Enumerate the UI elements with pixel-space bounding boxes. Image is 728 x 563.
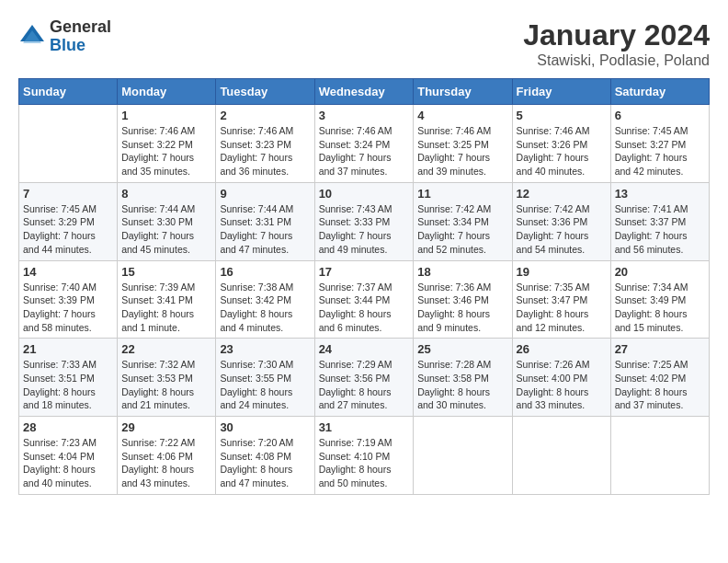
day-info: Sunrise: 7:46 AM Sunset: 3:26 PM Dayligh… [517,124,607,178]
day-info: Sunrise: 7:35 AM Sunset: 3:47 PM Dayligh… [517,281,607,335]
calendar-table: SundayMondayTuesdayWednesdayThursdayFrid… [18,78,710,495]
day-cell: 7Sunrise: 7:45 AM Sunset: 3:29 PM Daylig… [19,182,118,260]
day-info: Sunrise: 7:44 AM Sunset: 3:31 PM Dayligh… [220,202,310,257]
calendar-body: 1Sunrise: 7:46 AM Sunset: 3:22 PM Daylig… [19,105,710,495]
day-info: Sunrise: 7:25 AM Sunset: 4:02 PM Dayligh… [615,358,705,412]
day-info: Sunrise: 7:38 AM Sunset: 3:42 PM Dayligh… [220,281,310,335]
day-cell: 19Sunrise: 7:35 AM Sunset: 3:47 PM Dayli… [512,260,610,339]
day-number: 14 [23,265,113,279]
day-cell: 28Sunrise: 7:23 AM Sunset: 4:04 PM Dayli… [19,417,118,495]
day-number: 9 [220,187,310,201]
day-cell: 29Sunrise: 7:22 AM Sunset: 4:06 PM Dayli… [118,417,216,495]
header-tuesday: Tuesday [216,79,314,105]
day-number: 12 [517,187,607,201]
day-info: Sunrise: 7:34 AM Sunset: 3:49 PM Dayligh… [615,281,705,335]
day-cell: 17Sunrise: 7:37 AM Sunset: 3:44 PM Dayli… [314,260,414,339]
day-info: Sunrise: 7:30 AM Sunset: 3:55 PM Dayligh… [220,358,310,412]
day-number: 25 [417,342,507,356]
day-number: 2 [220,109,310,122]
day-number: 11 [417,187,507,201]
day-cell: 3Sunrise: 7:46 AM Sunset: 3:24 PM Daylig… [314,105,414,183]
day-number: 4 [417,109,507,122]
day-number: 6 [615,109,705,122]
day-cell: 9Sunrise: 7:44 AM Sunset: 3:31 PM Daylig… [216,182,314,260]
day-cell: 16Sunrise: 7:38 AM Sunset: 3:42 PM Dayli… [216,260,314,339]
logo: General Blue [18,18,111,55]
day-cell: 1Sunrise: 7:46 AM Sunset: 3:22 PM Daylig… [118,105,216,183]
day-info: Sunrise: 7:28 AM Sunset: 3:58 PM Dayligh… [417,358,507,412]
day-cell: 15Sunrise: 7:39 AM Sunset: 3:41 PM Dayli… [118,260,216,339]
calendar-header: SundayMondayTuesdayWednesdayThursdayFrid… [19,79,710,105]
day-info: Sunrise: 7:46 AM Sunset: 3:25 PM Dayligh… [417,124,507,178]
day-number: 8 [121,187,211,201]
week-row-4: 21Sunrise: 7:33 AM Sunset: 3:51 PM Dayli… [19,339,710,417]
day-cell: 20Sunrise: 7:34 AM Sunset: 3:49 PM Dayli… [610,260,709,339]
logo-blue: Blue [50,37,111,55]
day-cell: 6Sunrise: 7:45 AM Sunset: 3:27 PM Daylig… [610,105,709,183]
header-friday: Friday [512,79,610,105]
day-number: 20 [615,265,705,279]
day-number: 22 [121,342,211,356]
day-cell: 18Sunrise: 7:36 AM Sunset: 3:46 PM Dayli… [414,260,512,339]
day-cell: 10Sunrise: 7:43 AM Sunset: 3:33 PM Dayli… [314,182,414,260]
header-thursday: Thursday [414,79,512,105]
page-header: General Blue January 2024 Stawiski, Podl… [18,18,710,69]
day-cell: 2Sunrise: 7:46 AM Sunset: 3:23 PM Daylig… [216,105,314,183]
day-cell [512,417,610,495]
day-info: Sunrise: 7:44 AM Sunset: 3:30 PM Dayligh… [121,202,211,257]
day-info: Sunrise: 7:42 AM Sunset: 3:34 PM Dayligh… [417,202,507,257]
day-number: 26 [517,342,607,356]
day-cell: 8Sunrise: 7:44 AM Sunset: 3:30 PM Daylig… [118,182,216,260]
week-row-2: 7Sunrise: 7:45 AM Sunset: 3:29 PM Daylig… [19,182,710,260]
header-saturday: Saturday [610,79,709,105]
day-info: Sunrise: 7:46 AM Sunset: 3:24 PM Dayligh… [319,124,410,178]
day-info: Sunrise: 7:46 AM Sunset: 3:23 PM Dayligh… [220,124,310,178]
week-row-5: 28Sunrise: 7:23 AM Sunset: 4:04 PM Dayli… [19,417,710,495]
day-number: 18 [417,265,507,279]
header-row: SundayMondayTuesdayWednesdayThursdayFrid… [19,79,710,105]
day-cell: 30Sunrise: 7:20 AM Sunset: 4:08 PM Dayli… [216,417,314,495]
header-wednesday: Wednesday [314,79,414,105]
day-info: Sunrise: 7:43 AM Sunset: 3:33 PM Dayligh… [319,202,410,257]
day-cell: 27Sunrise: 7:25 AM Sunset: 4:02 PM Dayli… [610,339,709,417]
day-info: Sunrise: 7:32 AM Sunset: 3:53 PM Dayligh… [121,358,211,412]
header-sunday: Sunday [19,79,118,105]
week-row-3: 14Sunrise: 7:40 AM Sunset: 3:39 PM Dayli… [19,260,710,339]
day-info: Sunrise: 7:37 AM Sunset: 3:44 PM Dayligh… [319,281,410,335]
day-number: 17 [319,265,410,279]
day-cell: 22Sunrise: 7:32 AM Sunset: 3:53 PM Dayli… [118,339,216,417]
day-number: 10 [319,187,410,201]
day-number: 27 [615,342,705,356]
day-cell: 25Sunrise: 7:28 AM Sunset: 3:58 PM Dayli… [414,339,512,417]
day-cell: 14Sunrise: 7:40 AM Sunset: 3:39 PM Dayli… [19,260,118,339]
day-cell [19,105,118,183]
day-number: 30 [220,420,310,434]
day-cell: 4Sunrise: 7:46 AM Sunset: 3:25 PM Daylig… [414,105,512,183]
day-info: Sunrise: 7:36 AM Sunset: 3:46 PM Dayligh… [417,281,507,335]
day-info: Sunrise: 7:20 AM Sunset: 4:08 PM Dayligh… [220,436,310,490]
logo-general: General [50,18,111,37]
day-cell: 31Sunrise: 7:19 AM Sunset: 4:10 PM Dayli… [314,417,414,495]
day-number: 7 [23,187,113,201]
day-info: Sunrise: 7:19 AM Sunset: 4:10 PM Dayligh… [319,436,410,490]
day-cell: 11Sunrise: 7:42 AM Sunset: 3:34 PM Dayli… [414,182,512,260]
day-number: 29 [121,420,211,434]
location-subtitle: Stawiski, Podlasie, Poland [523,52,710,69]
day-number: 24 [319,342,410,356]
day-cell: 12Sunrise: 7:42 AM Sunset: 3:36 PM Dayli… [512,182,610,260]
day-info: Sunrise: 7:29 AM Sunset: 3:56 PM Dayligh… [319,358,410,412]
day-number: 15 [121,265,211,279]
day-cell [610,417,709,495]
day-info: Sunrise: 7:42 AM Sunset: 3:36 PM Dayligh… [517,202,607,257]
day-cell: 24Sunrise: 7:29 AM Sunset: 3:56 PM Dayli… [314,339,414,417]
day-number: 28 [23,420,113,434]
day-info: Sunrise: 7:46 AM Sunset: 3:22 PM Dayligh… [121,124,211,178]
month-year-title: January 2024 [523,18,710,52]
day-info: Sunrise: 7:45 AM Sunset: 3:29 PM Dayligh… [23,202,113,257]
day-info: Sunrise: 7:45 AM Sunset: 3:27 PM Dayligh… [615,124,705,178]
day-info: Sunrise: 7:22 AM Sunset: 4:06 PM Dayligh… [121,436,211,490]
week-row-1: 1Sunrise: 7:46 AM Sunset: 3:22 PM Daylig… [19,105,710,183]
day-number: 31 [319,420,410,434]
day-number: 1 [121,109,211,122]
title-block: January 2024 Stawiski, Podlasie, Poland [523,18,710,69]
